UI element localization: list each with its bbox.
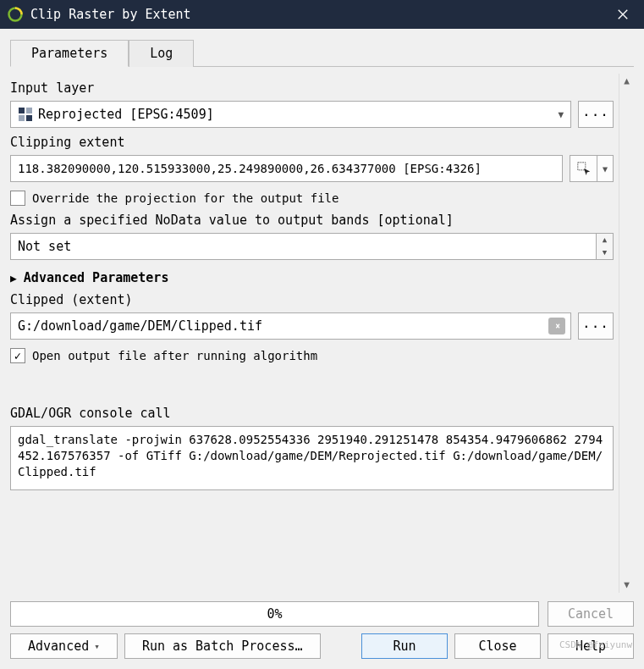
chevron-down-icon: ▼ [553,109,564,120]
override-projection-checkbox[interactable] [10,191,25,206]
vertical-scrollbar[interactable]: ▲ ▼ [619,74,634,593]
svg-rect-1 [19,108,25,113]
advanced-button[interactable]: Advanced [10,633,118,659]
run-button[interactable]: Run [361,633,448,659]
input-layer-label: Input layer [10,80,614,96]
override-projection-label: Override the projection for the output f… [32,191,339,205]
svg-rect-3 [19,115,25,121]
cancel-button: Cancel [548,601,634,627]
console-call-output: gdal_translate -projwin 637628.095255433… [10,426,614,490]
parameters-scroll: Input layer Reprojected [EPSG:4509] ▼ ··… [10,74,634,593]
clipped-output-field[interactable]: G:/download/game/DEM/Clipped.tif [10,312,571,340]
clear-input-icon[interactable] [548,318,565,334]
help-button[interactable]: Help [548,633,634,659]
nodata-spinbox[interactable]: Not set ▲ ▼ [10,233,614,260]
progress-bar: 0% [10,601,539,627]
tabs: Parameters Log [10,39,634,67]
input-layer-value: Reprojected [EPSG:4509] [38,107,553,122]
run-batch-button[interactable]: Run as Batch Process… [124,633,321,659]
input-layer-combo[interactable]: Reprojected [EPSG:4509] ▼ [10,101,571,128]
clipping-extent-label: Clipping extent [10,135,614,150]
clipped-output-value: G:/download/game/DEM/Clipped.tif [18,318,548,334]
clipped-output-more-button[interactable]: ··· [578,312,614,340]
triangle-right-icon: ▶ [10,272,17,285]
advanced-parameters-label: Advanced Parameters [24,270,169,285]
nodata-value: Not set [18,239,71,254]
scroll-down-icon[interactable]: ▼ [619,578,634,593]
svg-rect-2 [26,108,32,113]
svg-rect-4 [26,115,32,121]
console-call-label: GDAL/OGR console call [10,406,614,421]
parameters-panel: Input layer Reprojected [EPSG:4509] ▼ ··… [10,74,619,593]
close-button[interactable] [614,6,632,24]
input-layer-more-button[interactable]: ··· [578,101,614,128]
chevron-down-icon[interactable]: ▼ [597,156,613,181]
extent-picker-button[interactable]: ▼ [570,155,614,182]
bottom-bar: 0% Cancel Advanced Run as Batch Process…… [10,601,634,659]
title-bar: Clip Raster by Extent [0,0,644,29]
open-after-label: Open output file after running algorithm [32,349,317,362]
advanced-parameters-toggle[interactable]: ▶ Advanced Parameters [10,270,614,285]
window-body: Parameters Log Input layer Reprojected [… [0,29,644,669]
app-logo-icon [7,6,24,23]
extent-select-icon[interactable] [570,156,597,181]
open-after-checkbox[interactable]: ✓ [10,348,25,363]
window-title: Clip Raster by Extent [30,7,614,22]
scroll-up-icon[interactable]: ▲ [619,74,634,89]
close-button[interactable]: Close [454,633,541,659]
clipped-output-label: Clipped (extent) [10,292,614,307]
tab-log[interactable]: Log [129,40,194,67]
tab-parameters[interactable]: Parameters [10,40,129,67]
spin-up-icon[interactable]: ▲ [597,234,613,246]
clipping-extent-input[interactable] [10,155,563,182]
nodata-label: Assign a specified NoData value to outpu… [10,213,614,228]
raster-layer-icon [18,107,33,122]
spin-down-icon[interactable]: ▼ [597,246,613,259]
